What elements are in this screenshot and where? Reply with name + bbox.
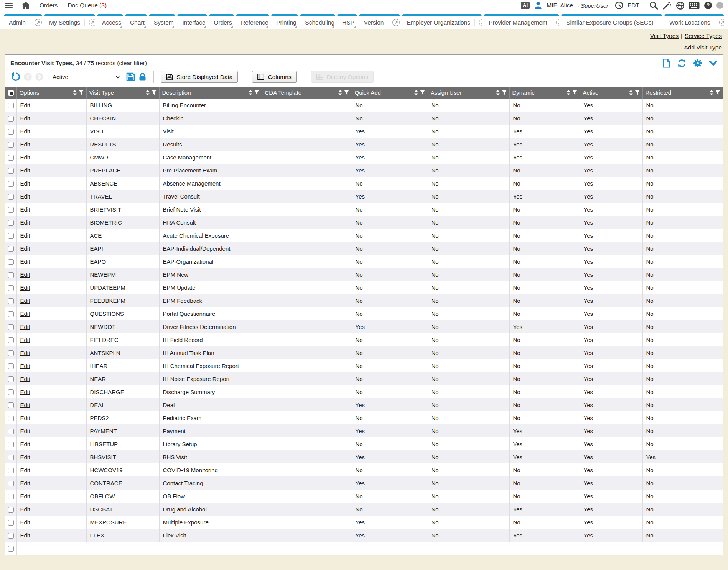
row-checkbox[interactable] bbox=[8, 129, 14, 135]
filter-icon[interactable] bbox=[254, 90, 259, 95]
presence-indicator[interactable] bbox=[716, 2, 723, 9]
edit-link[interactable]: Edit bbox=[20, 441, 30, 447]
row-checkbox[interactable] bbox=[8, 481, 14, 486]
home-icon[interactable] bbox=[21, 1, 30, 10]
nav-tab-admin[interactable]: Admin ↗ bbox=[4, 14, 42, 28]
row-checkbox[interactable] bbox=[8, 389, 14, 395]
filter-icon[interactable] bbox=[344, 90, 349, 95]
row-checkbox[interactable] bbox=[8, 285, 14, 291]
filter-icon[interactable] bbox=[572, 90, 577, 95]
edit-link[interactable]: Edit bbox=[20, 337, 30, 343]
edit-link[interactable]: Edit bbox=[20, 167, 30, 174]
row-checkbox[interactable] bbox=[8, 207, 14, 213]
nav-tab-scheduling[interactable]: Scheduling bbox=[300, 14, 335, 28]
nav-tab-similar-exposure-groups-segs[interactable]: Similar Exposure Groups (SEGs) ↗ bbox=[561, 14, 662, 28]
help-icon[interactable]: ? bbox=[704, 1, 712, 10]
visit-types-link[interactable]: Visit Types bbox=[650, 33, 679, 39]
column-header-dynamic[interactable]: Dynamic bbox=[509, 87, 580, 99]
wand-icon[interactable] bbox=[662, 1, 672, 10]
nav-tab-employer-organizations[interactable]: Employer Organizations ↗ bbox=[402, 14, 482, 28]
edit-link[interactable]: Edit bbox=[20, 493, 30, 499]
edit-link[interactable]: Edit bbox=[20, 206, 30, 213]
row-checkbox[interactable] bbox=[8, 376, 14, 382]
edit-link[interactable]: Edit bbox=[20, 350, 30, 356]
row-checkbox[interactable] bbox=[8, 220, 14, 226]
row-checkbox[interactable] bbox=[8, 272, 14, 278]
column-header-options[interactable]: Options bbox=[16, 87, 86, 99]
next-page-icon[interactable] bbox=[35, 73, 43, 81]
edit-link[interactable]: Edit bbox=[20, 141, 30, 148]
edit-link[interactable]: Edit bbox=[20, 480, 30, 486]
edit-link[interactable]: Edit bbox=[20, 310, 30, 317]
column-header-cda-template[interactable]: CDA Template bbox=[262, 87, 352, 99]
row-checkbox[interactable] bbox=[8, 168, 14, 174]
refresh-icon[interactable] bbox=[677, 59, 687, 68]
nav-tab-my-settings[interactable]: My Settings ↗ bbox=[44, 14, 95, 28]
column-header-restricted[interactable]: Restricted bbox=[642, 87, 723, 99]
edit-link[interactable]: Edit bbox=[20, 102, 30, 108]
sort-icon[interactable] bbox=[249, 90, 252, 95]
nav-tab-hsp[interactable]: HSP bbox=[337, 14, 357, 28]
row-checkbox[interactable] bbox=[8, 507, 14, 513]
sort-icon[interactable] bbox=[146, 90, 150, 95]
row-checkbox[interactable] bbox=[8, 142, 14, 148]
row-checkbox[interactable] bbox=[8, 233, 14, 239]
row-checkbox[interactable] bbox=[8, 468, 14, 473]
clock-icon[interactable] bbox=[615, 1, 623, 10]
chevron-down-icon[interactable] bbox=[709, 60, 718, 66]
row-checkbox[interactable] bbox=[8, 259, 14, 265]
column-header-visit-type[interactable]: Visit Type bbox=[86, 87, 159, 99]
columns-button[interactable]: Columns bbox=[252, 71, 296, 83]
save-filter-icon[interactable] bbox=[126, 72, 135, 81]
edit-link[interactable]: Edit bbox=[20, 376, 30, 382]
row-checkbox[interactable] bbox=[8, 311, 14, 317]
row-checkbox[interactable] bbox=[8, 402, 14, 408]
column-header-active[interactable]: Active bbox=[580, 87, 642, 99]
row-checkbox[interactable] bbox=[8, 116, 14, 122]
sort-icon[interactable] bbox=[629, 90, 633, 95]
clear-filter-link[interactable]: clear filter bbox=[119, 60, 145, 66]
nav-tab-chart[interactable]: Chart bbox=[125, 14, 147, 28]
topbar-link-orders[interactable]: Orders bbox=[40, 2, 58, 9]
nav-tab-orders[interactable]: Orders bbox=[209, 14, 234, 28]
edit-link[interactable]: Edit bbox=[20, 389, 30, 395]
row-checkbox[interactable] bbox=[8, 194, 14, 200]
footer-checkbox[interactable] bbox=[8, 546, 14, 552]
row-checkbox[interactable] bbox=[8, 363, 14, 369]
row-checkbox[interactable] bbox=[8, 416, 14, 421]
row-checkbox[interactable] bbox=[8, 494, 14, 499]
nav-tab-interface[interactable]: Interface bbox=[177, 14, 207, 28]
search-icon[interactable] bbox=[649, 1, 658, 10]
ai-badge[interactable]: AI bbox=[521, 2, 530, 9]
edit-link[interactable]: Edit bbox=[20, 154, 30, 161]
edit-link[interactable]: Edit bbox=[20, 284, 30, 291]
row-checkbox[interactable] bbox=[8, 246, 14, 252]
edit-link[interactable]: Edit bbox=[20, 324, 30, 330]
undo-icon[interactable] bbox=[10, 72, 20, 82]
select-all-checkbox[interactable] bbox=[8, 90, 14, 96]
store-displayed-data-button[interactable]: Store Displayed Data bbox=[161, 71, 238, 83]
edit-link[interactable]: Edit bbox=[20, 532, 30, 539]
edit-link[interactable]: Edit bbox=[20, 128, 30, 135]
service-types-link[interactable]: Service Types bbox=[685, 33, 722, 39]
user-icon[interactable] bbox=[534, 1, 542, 10]
row-checkbox[interactable] bbox=[8, 155, 14, 161]
row-checkbox[interactable] bbox=[8, 181, 14, 187]
edit-link[interactable]: Edit bbox=[20, 258, 30, 265]
column-header-assign-user[interactable]: Assign User bbox=[428, 87, 509, 99]
sort-icon[interactable] bbox=[496, 90, 500, 95]
edit-link[interactable]: Edit bbox=[20, 115, 30, 122]
filter-icon[interactable] bbox=[420, 90, 425, 95]
edit-link[interactable]: Edit bbox=[20, 245, 30, 252]
edit-link[interactable]: Edit bbox=[20, 506, 30, 513]
edit-link[interactable]: Edit bbox=[20, 193, 30, 200]
row-checkbox[interactable] bbox=[8, 455, 14, 460]
edit-link[interactable]: Edit bbox=[20, 519, 30, 526]
row-checkbox[interactable] bbox=[8, 337, 14, 343]
row-checkbox[interactable] bbox=[8, 103, 14, 108]
sort-icon[interactable] bbox=[338, 90, 342, 95]
edit-link[interactable]: Edit bbox=[20, 271, 30, 278]
filter-select[interactable]: Active bbox=[49, 72, 121, 82]
row-checkbox[interactable] bbox=[8, 520, 14, 526]
sort-icon[interactable] bbox=[567, 90, 570, 95]
